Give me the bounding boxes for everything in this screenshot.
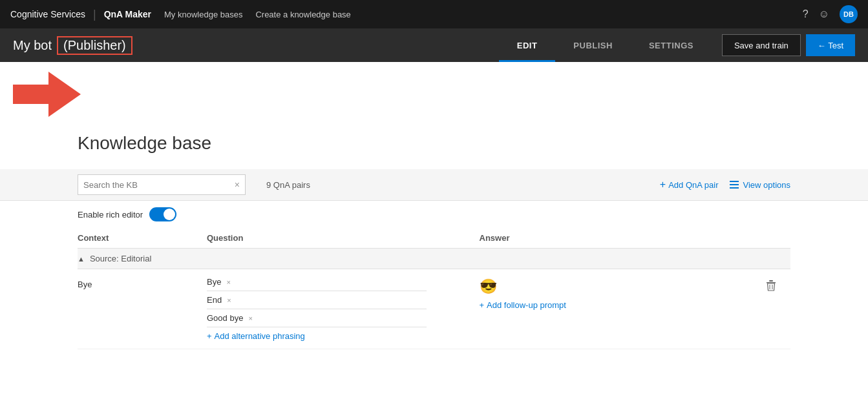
kb-toolbar: × 9 QnA pairs + Add QnA pair View option… (0, 169, 868, 201)
answer-cell: 😎 + Add follow-up prompt (480, 277, 752, 310)
question-text-1: End (207, 295, 222, 305)
answer-emoji: 😎 (480, 278, 752, 295)
create-knowledge-base-link[interactable]: Create a knowledge base (255, 10, 350, 19)
question-item-0: Bye × (207, 277, 427, 291)
add-alternative-phrasing-button[interactable]: + Add alternative phrasing (207, 331, 480, 341)
tab-bar: EDIT PUBLISH SETTINGS Save and train ← T… (499, 28, 855, 62)
rich-editor-toggle[interactable] (149, 207, 176, 221)
question-remove-0[interactable]: × (226, 278, 230, 286)
page-title: Knowledge base (0, 127, 868, 169)
main-content: Knowledge base × 9 QnA pairs + Add QnA p… (0, 62, 868, 349)
question-remove-2[interactable]: × (248, 314, 252, 322)
app-name-label: QnA Maker (104, 9, 151, 19)
add-followup-prompt-button[interactable]: + Add follow-up prompt (480, 300, 752, 310)
annotation-arrow (10, 68, 87, 120)
column-header-question: Question (207, 233, 480, 243)
rich-editor-label: Enable rich editor (78, 210, 143, 220)
publisher-badge: (Publisher) (57, 36, 132, 55)
add-followup-plus-icon: + (480, 300, 485, 310)
add-qna-label: Add QnA pair (668, 180, 718, 190)
delete-row-button[interactable] (766, 280, 776, 294)
add-followup-label: Add follow-up prompt (487, 300, 566, 310)
question-cell: Bye × End × Good bye × + Add alternative… (207, 277, 480, 341)
table-row: Bye Bye × End × Good bye × + Add alterna… (78, 269, 790, 349)
question-remove-1[interactable]: × (227, 296, 231, 304)
context-cell: Bye (78, 277, 207, 289)
question-text-0: Bye (207, 277, 221, 287)
qna-pairs-count: 9 QnA pairs (266, 180, 310, 190)
test-button-label: ← Test (818, 41, 843, 50)
tab-settings[interactable]: SETTINGS (631, 28, 712, 62)
bot-name-label: My bot (13, 38, 52, 53)
column-header-context: Context (78, 233, 207, 243)
feedback-button[interactable]: ☺ (819, 8, 829, 20)
toggle-thumb (164, 209, 175, 220)
view-options-button[interactable]: View options (729, 179, 790, 190)
my-knowledge-bases-link[interactable]: My knowledge bases (164, 10, 242, 19)
tab-edit[interactable]: EDIT (499, 28, 556, 62)
test-button[interactable]: ← Test (806, 34, 855, 56)
add-qna-button[interactable]: + Add QnA pair (660, 179, 719, 190)
top-nav: Cognitive Services | QnA Maker My knowle… (0, 0, 868, 28)
kb-table: Context Question Answer ▲ Source: Editor… (0, 228, 868, 349)
search-box: × (78, 174, 246, 195)
source-row: ▲ Source: Editorial (78, 249, 790, 269)
action-cell (752, 277, 790, 294)
search-input[interactable] (83, 180, 235, 190)
view-options-label: View options (743, 180, 790, 190)
source-chevron-icon[interactable]: ▲ (78, 255, 85, 263)
svg-rect-4 (767, 282, 776, 283)
top-nav-right: ? ☺ DB (803, 5, 858, 23)
question-item-2: Good bye × (207, 313, 427, 327)
brand-label: Cognitive Services (10, 9, 85, 19)
source-label: Source: Editorial (90, 254, 151, 263)
add-phrasing-label: Add alternative phrasing (215, 331, 305, 341)
nav-divider: | (93, 8, 96, 21)
svg-rect-1 (730, 181, 739, 182)
search-clear-icon[interactable]: × (235, 179, 240, 190)
svg-rect-3 (730, 187, 739, 189)
table-header: Context Question Answer (78, 228, 790, 249)
second-bar: My bot (Publisher) EDIT PUBLISH SETTINGS… (0, 28, 868, 62)
question-item-1: End × (207, 295, 427, 309)
question-text-2: Good bye (207, 313, 243, 323)
annotation-area (0, 62, 868, 127)
add-phrasing-plus-icon: + (207, 331, 212, 341)
help-button[interactable]: ? (803, 8, 809, 20)
svg-rect-2 (730, 184, 739, 185)
toolbar-right: + Add QnA pair View options (660, 179, 790, 190)
column-header-actions (752, 233, 790, 243)
add-qna-plus-icon: + (660, 179, 666, 190)
save-train-button[interactable]: Save and train (722, 34, 801, 56)
rich-editor-bar: Enable rich editor (0, 201, 868, 228)
trash-icon (766, 280, 776, 291)
tab-publish[interactable]: PUBLISH (555, 28, 631, 62)
view-options-icon (729, 179, 739, 190)
user-avatar[interactable]: DB (840, 5, 858, 23)
svg-marker-0 (13, 72, 81, 117)
column-header-answer: Answer (480, 233, 752, 243)
svg-rect-5 (769, 280, 773, 282)
